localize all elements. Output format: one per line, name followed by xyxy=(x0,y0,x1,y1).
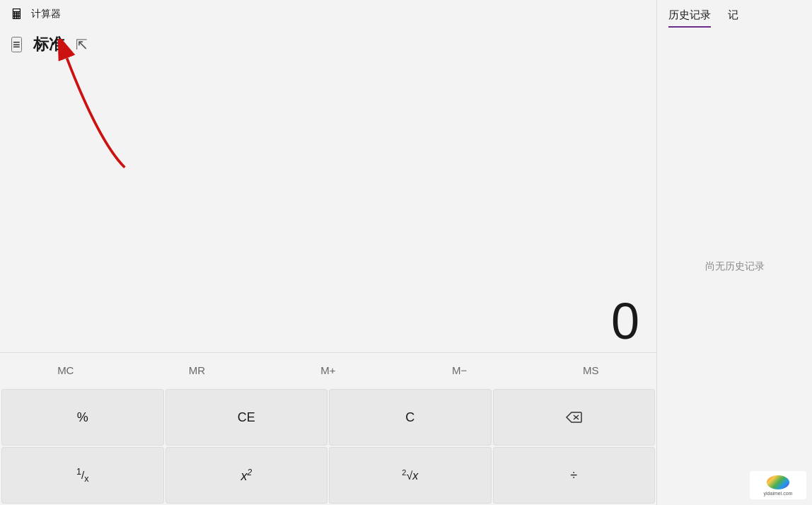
clear-entry-button[interactable]: CE xyxy=(166,389,328,446)
memory-minus-button[interactable]: M− xyxy=(394,356,526,385)
percent-button[interactable]: % xyxy=(1,389,164,446)
memory-store-button[interactable]: MS xyxy=(525,356,656,385)
button-grid: % CE C 1/x x2 2√x ÷ xyxy=(0,388,656,505)
title-bar: 🖩 计算器 xyxy=(0,0,656,28)
memory-plus-button[interactable]: M+ xyxy=(262,356,394,385)
mode-label: 标准 xyxy=(33,34,64,55)
header-bar: ≡ 标准 ⇱ xyxy=(0,28,656,61)
square-button[interactable]: x2 xyxy=(166,447,328,504)
app-title: 计算器 xyxy=(31,8,61,21)
display-value: 0 xyxy=(611,296,639,347)
history-header: 历史记录 记 xyxy=(657,0,812,28)
square-root-button[interactable]: 2√x xyxy=(329,447,492,504)
clear-button[interactable]: C xyxy=(329,389,492,446)
menu-button[interactable]: ≡ xyxy=(11,37,22,52)
memory-recall-button[interactable]: MR xyxy=(132,356,263,385)
memory-row: MC MR M+ M− MS xyxy=(0,352,656,388)
app-icon: 🖩 xyxy=(8,6,25,23)
backspace-button[interactable] xyxy=(493,389,656,446)
always-on-top-icon[interactable]: ⇱ xyxy=(76,36,88,53)
display-area: 0 xyxy=(0,61,656,352)
history-panel: 历史记录 记 尚无历史记录 xyxy=(656,0,812,505)
reciprocal-button[interactable]: 1/x xyxy=(1,447,164,504)
watermark: yidaimei.com xyxy=(750,471,806,499)
history-tab-memory[interactable]: 记 xyxy=(728,8,738,28)
history-empty: 尚无历史记录 xyxy=(657,28,812,505)
divide-button[interactable]: ÷ xyxy=(493,447,656,504)
memory-clear-button[interactable]: MC xyxy=(0,356,132,385)
history-tab-history[interactable]: 历史记录 xyxy=(668,8,711,28)
